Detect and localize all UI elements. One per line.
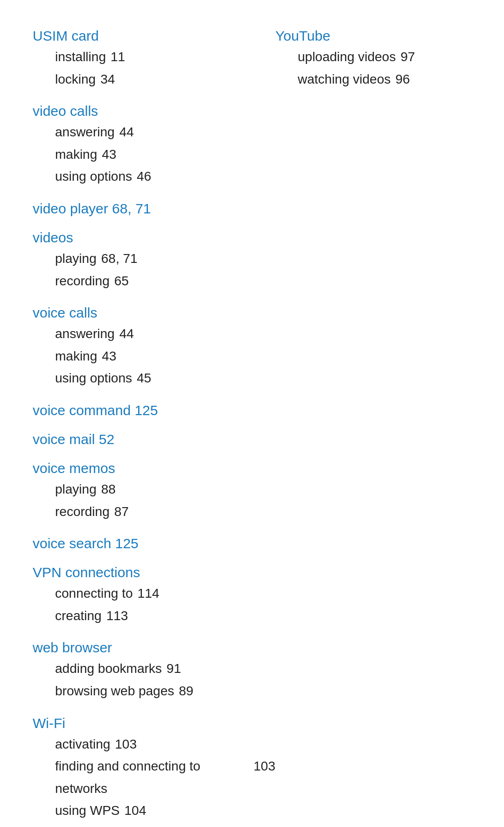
- index-section: video callsanswering44making43using opti…: [33, 103, 275, 188]
- index-sub-item: playing88: [55, 478, 275, 501]
- index-sub-list: answering44making43using options45: [33, 323, 275, 389]
- index-sub-item: finding and connecting to networks103: [55, 755, 275, 799]
- index-sub-item: answering44: [55, 323, 275, 345]
- sub-label: activating: [55, 733, 110, 756]
- index-sub-item: recording87: [55, 501, 275, 523]
- sub-label: using WPS: [55, 799, 120, 822]
- index-term: voice mail 52: [33, 431, 275, 447]
- index-term: voice command 125: [33, 403, 275, 418]
- left-column: USIM cardinstalling11locking34video call…: [33, 28, 275, 827]
- index-sub-list: playing68, 71recording65: [33, 247, 275, 292]
- index-term: voice memos: [33, 460, 275, 476]
- index-sub-item: using options46: [55, 165, 275, 188]
- index-sub-item: using options45: [55, 367, 275, 389]
- index-sub-list: connecting to114creating113: [33, 582, 275, 627]
- index-sub-item: activating103: [55, 733, 275, 756]
- sub-page: 113: [106, 605, 128, 627]
- index-section: USIM cardinstalling11locking34: [33, 28, 275, 90]
- index-section: web browseradding bookmarks91browsing we…: [33, 640, 275, 702]
- sub-label: recording: [55, 501, 110, 523]
- sub-page: 65: [114, 270, 129, 292]
- sub-label: adding bookmarks: [55, 657, 162, 680]
- index-section: Wi-Fiactivating103finding and connecting…: [33, 715, 275, 822]
- sub-label: answering: [55, 323, 115, 345]
- index-sub-list: playing88recording87: [33, 478, 275, 523]
- sub-label: locking: [55, 68, 96, 91]
- index-sub-list: answering44making43using options46: [33, 121, 275, 188]
- index-page: USIM cardinstalling11locking34video call…: [33, 28, 471, 827]
- index-sub-list: activating103finding and connecting to n…: [33, 733, 275, 822]
- index-sub-item: recording65: [55, 270, 275, 292]
- index-section: voice search 125: [33, 536, 275, 551]
- index-sub-item: making43: [55, 345, 275, 368]
- index-term: web browser: [33, 640, 275, 656]
- index-sub-item: answering44: [55, 121, 275, 143]
- sub-page: 34: [100, 68, 115, 91]
- index-sub-list: uploading videos97watching videos96: [275, 46, 471, 90]
- sub-page: 114: [138, 582, 160, 605]
- index-section: voice mail 52: [33, 431, 275, 447]
- sub-page: 104: [125, 799, 147, 822]
- index-sub-item: adding bookmarks91: [55, 657, 275, 680]
- index-section: voice memosplaying88recording87: [33, 460, 275, 523]
- index-sub-item: uploading videos97: [298, 46, 471, 68]
- sub-label: using options: [55, 165, 132, 188]
- right-column: YouTubeuploading videos97watching videos…: [275, 28, 471, 827]
- sub-page: 44: [119, 121, 134, 143]
- sub-label: playing: [55, 247, 97, 270]
- sub-page: 45: [137, 367, 151, 389]
- index-sub-item: creating113: [55, 605, 275, 627]
- index-term: YouTube: [275, 28, 471, 44]
- sub-label: recording: [55, 270, 110, 292]
- sub-page: 103: [115, 733, 137, 756]
- index-sub-item: making43: [55, 143, 275, 166]
- index-section: videosplaying68, 71recording65: [33, 230, 275, 292]
- index-section: YouTubeuploading videos97watching videos…: [275, 28, 471, 90]
- index-term: voice search 125: [33, 536, 275, 551]
- index-section: video player 68, 71: [33, 201, 275, 217]
- sub-label: uploading videos: [298, 46, 396, 68]
- sub-label: connecting to: [55, 582, 133, 605]
- sub-page: 87: [114, 501, 129, 523]
- index-sub-item: using WPS104: [55, 799, 275, 822]
- sub-label: making: [55, 345, 97, 368]
- index-term: USIM card: [33, 28, 275, 44]
- sub-page: 96: [395, 68, 410, 91]
- index-sub-item: connecting to114: [55, 582, 275, 605]
- index-section: VPN connectionsconnecting to114creating1…: [33, 565, 275, 627]
- index-sub-list: installing11locking34: [33, 46, 275, 90]
- index-term: VPN connections: [33, 565, 275, 580]
- sub-label: finding and connecting to networks: [55, 755, 249, 799]
- sub-label: installing: [55, 46, 106, 68]
- sub-page: 89: [179, 680, 193, 702]
- index-term: voice calls: [33, 305, 275, 321]
- sub-label: making: [55, 143, 97, 166]
- index-term: video calls: [33, 103, 275, 119]
- index-sub-item: locking34: [55, 68, 275, 91]
- sub-label: playing: [55, 478, 97, 501]
- sub-page: 88: [101, 478, 116, 501]
- sub-page: 44: [119, 323, 134, 345]
- index-sub-item: browsing web pages89: [55, 680, 275, 702]
- sub-page: 43: [102, 143, 116, 166]
- index-section: voice callsanswering44making43using opti…: [33, 305, 275, 389]
- sub-page: 46: [137, 165, 151, 188]
- index-sub-list: adding bookmarks91browsing web pages89: [33, 657, 275, 702]
- sub-label: watching videos: [298, 68, 391, 91]
- index-term: Wi-Fi: [33, 715, 275, 731]
- sub-label: answering: [55, 121, 115, 143]
- index-sub-item: playing68, 71: [55, 247, 275, 270]
- index-sub-item: watching videos96: [298, 68, 471, 91]
- sub-page: 97: [400, 46, 415, 68]
- index-sub-item: installing11: [55, 46, 275, 68]
- index-section: voice command 125: [33, 403, 275, 418]
- index-term: videos: [33, 230, 275, 246]
- sub-page: 68, 71: [101, 247, 138, 270]
- sub-page: 103: [253, 755, 275, 778]
- sub-page: 43: [102, 345, 116, 368]
- sub-page: 11: [111, 46, 125, 68]
- sub-label: browsing web pages: [55, 680, 174, 702]
- sub-label: creating: [55, 605, 102, 627]
- sub-page: 91: [167, 657, 181, 680]
- index-term: video player 68, 71: [33, 201, 275, 217]
